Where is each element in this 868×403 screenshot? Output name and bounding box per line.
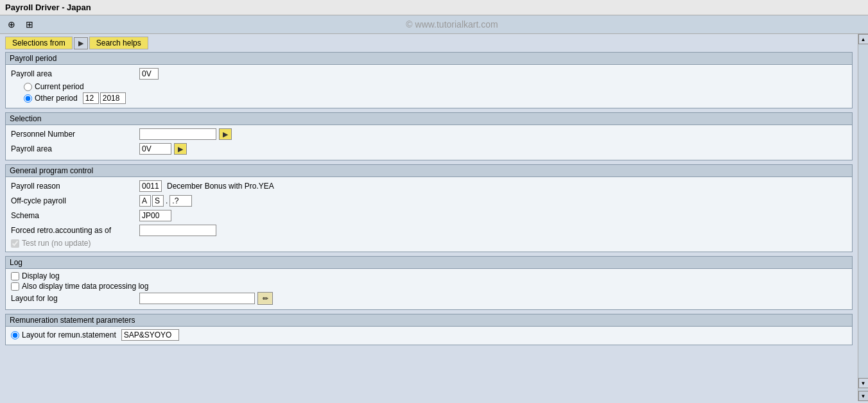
- offcycle-row: Off-cycle payroll .: [11, 194, 847, 207]
- selection-body: Personnel Number ▶ Payroll area ▶: [6, 125, 852, 160]
- scroll-down-btn[interactable]: ▼: [858, 378, 869, 388]
- also-display-label: Also display time data processing log: [22, 282, 148, 291]
- offcycle-dotq-input[interactable]: [169, 195, 192, 207]
- log-section: Log Display log Also display time data p…: [5, 256, 853, 310]
- other-period-radio[interactable]: [24, 94, 32, 103]
- selection-payroll-area-input[interactable]: [139, 143, 171, 155]
- payroll-reason-label: Payroll reason: [11, 182, 139, 191]
- layout-log-input[interactable]: [139, 293, 255, 304]
- offcycle-s-input[interactable]: [152, 195, 164, 207]
- layout-remun-input[interactable]: [121, 329, 179, 341]
- payroll-area-input[interactable]: [139, 68, 159, 80]
- payroll-period-body: Payroll area Current period Other period: [6, 65, 852, 108]
- layout-log-row: Layout for log ✏: [11, 292, 847, 305]
- personnel-number-input[interactable]: [139, 128, 216, 140]
- general-program-body: Payroll reason December Bonus with Pro.Y…: [6, 177, 852, 252]
- period-inputs: [83, 92, 126, 104]
- search-helps-tab[interactable]: Search helps: [89, 37, 148, 49]
- display-log-row: Display log: [11, 271, 847, 280]
- scroll-up-btn[interactable]: ▲: [858, 34, 869, 44]
- remuneration-section: Remuneration statement parameters Layout…: [5, 314, 853, 345]
- app-title: Payroll Driver - Japan: [5, 3, 91, 12]
- test-run-row: Test run (no update): [11, 239, 847, 248]
- offcycle-label: Off-cycle payroll: [11, 196, 139, 205]
- general-program-header: General program control: [6, 165, 852, 177]
- personnel-number-label: Personnel Number: [11, 130, 139, 139]
- payroll-period-header: Payroll period: [6, 53, 852, 65]
- payroll-reason-row: Payroll reason December Bonus with Pro.Y…: [11, 180, 847, 193]
- other-period-row: Other period: [11, 92, 847, 104]
- tab-bar: Selections from ▶ Search helps: [5, 37, 853, 49]
- toolbar: ⊕ ⊞ © www.tutorialkart.com: [0, 15, 868, 34]
- content-area: Selections from ▶ Search helps Payroll p…: [0, 34, 868, 401]
- payroll-reason-inputs: December Bonus with Pro.YEA: [139, 180, 274, 192]
- forced-retro-row: Forced retro.accounting as of: [11, 224, 847, 237]
- payroll-area-row: Payroll area: [11, 67, 847, 80]
- log-header: Log: [6, 257, 852, 269]
- scrollbar[interactable]: ▲ ▼ ▼: [858, 34, 868, 401]
- current-period-row: Current period: [11, 82, 847, 91]
- period-month-input[interactable]: [83, 92, 99, 104]
- selections-from-tab[interactable]: Selections from: [5, 37, 73, 49]
- offcycle-sep1: .: [165, 196, 168, 205]
- personnel-number-row: Personnel Number ▶: [11, 128, 847, 141]
- toolbar-icon-2[interactable]: ⊞: [23, 18, 36, 31]
- offcycle-inputs: .: [139, 195, 192, 207]
- current-period-radio[interactable]: [24, 83, 32, 91]
- display-log-label: Display log: [22, 271, 60, 280]
- forced-retro-input[interactable]: [139, 225, 216, 236]
- general-program-section: General program control Payroll reason D…: [5, 164, 853, 252]
- selection-section: Selection Personnel Number ▶ Payroll are…: [5, 112, 853, 160]
- payroll-reason-code-input[interactable]: [139, 180, 162, 192]
- schema-input[interactable]: [139, 210, 171, 221]
- remuneration-header: Remuneration statement parameters: [6, 314, 852, 327]
- personnel-number-arrow-btn[interactable]: ▶: [219, 128, 232, 140]
- schema-label: Schema: [11, 211, 139, 220]
- forced-retro-label: Forced retro.accounting as of: [11, 226, 139, 235]
- period-year-input[interactable]: [100, 92, 126, 104]
- layout-remun-radio[interactable]: [11, 331, 19, 339]
- title-bar: Payroll Driver - Japan: [0, 0, 868, 15]
- selection-payroll-area-row: Payroll area ▶: [11, 142, 847, 155]
- tab-arrow-icon[interactable]: ▶: [74, 37, 88, 49]
- current-period-label: Current period: [35, 82, 84, 91]
- offcycle-a-input[interactable]: [139, 195, 151, 207]
- payroll-period-section: Payroll period Payroll area Current peri…: [5, 52, 853, 108]
- display-log-checkbox[interactable]: [11, 272, 19, 280]
- scroll-extra-btn[interactable]: ▼: [858, 391, 869, 401]
- remuneration-body: Layout for remun.statement: [6, 327, 852, 345]
- selection-payroll-area-arrow-btn[interactable]: ▶: [174, 143, 187, 155]
- schema-row: Schema: [11, 209, 847, 222]
- other-period-label: Other period: [35, 94, 78, 103]
- payroll-reason-text: December Bonus with Pro.YEA: [167, 182, 274, 191]
- also-display-checkbox[interactable]: [11, 282, 19, 291]
- also-display-row: Also display time data processing log: [11, 282, 847, 291]
- payroll-area-label: Payroll area: [11, 69, 139, 78]
- main-content: Selections from ▶ Search helps Payroll p…: [0, 34, 858, 401]
- layout-remun-row: Layout for remun.statement: [11, 329, 847, 341]
- selection-header: Selection: [6, 113, 852, 125]
- log-body: Display log Also display time data proce…: [6, 269, 852, 309]
- selection-payroll-area-label: Payroll area: [11, 144, 139, 153]
- toolbar-icon-1[interactable]: ⊕: [5, 18, 18, 31]
- test-run-checkbox: [11, 239, 19, 248]
- watermark: © www.tutorialkart.com: [41, 19, 863, 30]
- test-run-label: Test run (no update): [22, 239, 91, 248]
- layout-log-edit-btn[interactable]: ✏: [257, 292, 273, 305]
- layout-remun-label: Layout for remun.statement: [22, 330, 116, 339]
- layout-log-label: Layout for log: [11, 294, 139, 303]
